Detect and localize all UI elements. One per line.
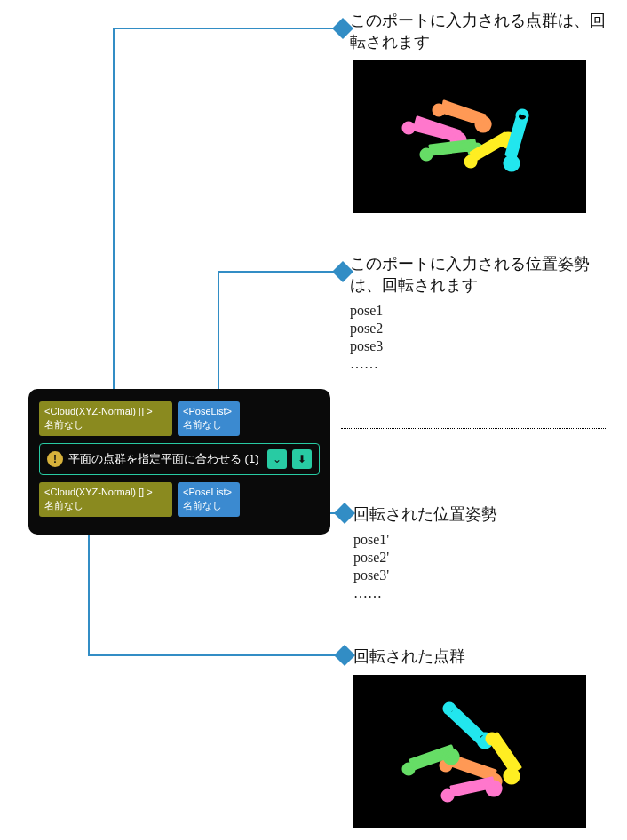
preview-output-cloud [353,675,586,828]
chevron-down-icon: ⌄ [273,453,282,465]
pose-list-out: pose1' pose2' pose3' …… [353,532,611,601]
preview-input-cloud [353,60,586,213]
port-name: 名前なし [183,499,234,512]
input-ports: <Cloud(XYZ-Normal) [] > 名前なし <PoseList> … [39,401,320,436]
callout-text: 回転された位置姿勢 [353,503,611,525]
port-type: <Cloud(XYZ-Normal) [] > [44,405,167,418]
callout-text: このポートに入力される位置姿勢は、回転されます [350,253,607,296]
download-icon: ⬇ [298,453,306,465]
pose-list-in: pose1 pose2 pose3 …… [350,303,607,372]
run-button[interactable]: ⬇ [292,449,312,469]
node-titlebar[interactable]: ! 平面の点群を指定平面に合わせる (1) ⌄ ⬇ [39,443,320,475]
port-type: <Cloud(XYZ-Normal) [] > [44,486,167,499]
port-name: 名前なし [183,418,234,432]
input-port-pose[interactable]: <PoseList> 名前なし [178,401,240,436]
output-port-pose[interactable]: <PoseList> 名前なし [178,482,240,517]
node-title: 平面の点群を指定平面に合わせる (1) [68,451,262,467]
port-name: 名前なし [44,499,167,512]
input-port-cloud[interactable]: <Cloud(XYZ-Normal) [] > 名前なし [39,401,172,436]
callout-output-pose: 回転された位置姿勢 pose1' pose2' pose3' …… [353,503,611,603]
pointcloud-icon [353,675,586,828]
port-name: 名前なし [44,418,167,432]
graph-node: <Cloud(XYZ-Normal) [] > 名前なし <PoseList> … [28,389,330,535]
callout-input-cloud: このポートに入力される点群は、回転されます [350,10,607,52]
divider [341,428,606,429]
output-ports: <Cloud(XYZ-Normal) [] > 名前なし <PoseList> … [39,482,320,517]
pointcloud-icon [353,60,586,213]
port-type: <PoseList> [183,405,234,418]
callout-text: 回転された点群 [353,646,611,667]
callout-input-pose: このポートに入力される位置姿勢は、回転されます pose1 pose2 pose… [350,253,607,374]
callout-output-cloud: 回転された点群 [353,646,611,667]
warning-icon: ! [47,451,63,467]
output-port-cloud[interactable]: <Cloud(XYZ-Normal) [] > 名前なし [39,482,172,517]
expand-button[interactable]: ⌄ [267,449,287,469]
callout-text: このポートに入力される点群は、回転されます [350,10,607,52]
port-type: <PoseList> [183,486,234,499]
